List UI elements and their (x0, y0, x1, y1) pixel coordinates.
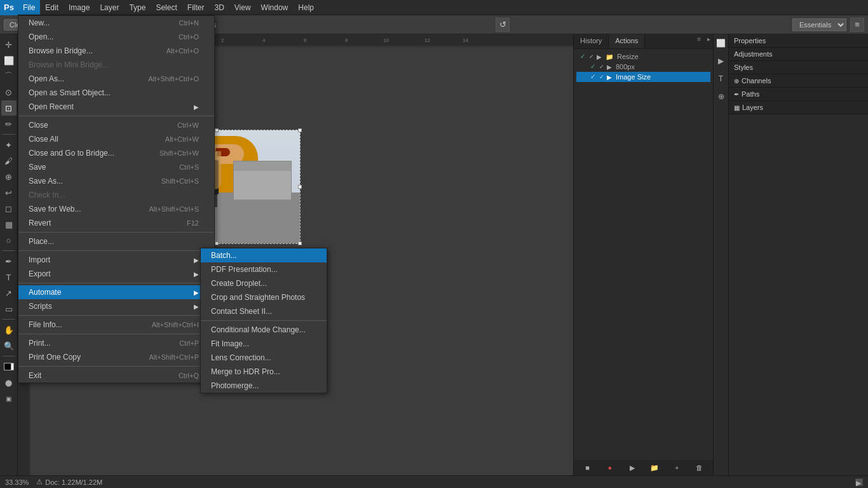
automate-item-contact-sheet[interactable]: Contact Sheet II... (201, 304, 327, 318)
menu-item-scripts[interactable]: Scripts ▶ (18, 299, 214, 313)
shape-tool[interactable]: ▭ (1, 301, 17, 316)
menu-item-new[interactable]: New... Ctrl+N (18, 16, 214, 30)
panel-icon-4[interactable]: ⊕ (715, 90, 728, 103)
gradient-tool[interactable]: ▦ (1, 217, 17, 232)
menu-item-place[interactable]: Place... (18, 234, 214, 248)
menu-item-save-as[interactable]: Save As... Shift+Ctrl+S (18, 174, 214, 188)
menu-3d[interactable]: 3D (209, 0, 229, 15)
screen-mode-btn[interactable]: ▣ (1, 391, 17, 406)
menu-item-print-one[interactable]: Print One Copy Alt+Shift+Ctrl+P (18, 350, 214, 364)
menu-item-export[interactable]: Export ▶ (18, 267, 214, 281)
menu-layer[interactable]: Layer (95, 0, 124, 15)
menu-item-exit[interactable]: Exit Ctrl+Q (18, 369, 214, 383)
menu-item-import[interactable]: Import ▶ (18, 253, 214, 267)
action-item-image-size[interactable]: ✓ ✓ ▶ Image Size (576, 72, 710, 82)
automate-item-merge-hdr[interactable]: Merge to HDR Pro... (201, 365, 327, 379)
crop-handle-tm[interactable] (215, 128, 219, 132)
paths-header[interactable]: ✒ Paths (729, 88, 868, 100)
crop-tool[interactable]: ⊡ (1, 100, 17, 116)
panel-arrange-icon[interactable]: ≡ (850, 18, 864, 32)
crop-handle-br[interactable] (298, 241, 302, 245)
menu-item-automate[interactable]: Automate ▶ (18, 285, 214, 299)
crop-handle-mr[interactable] (298, 185, 302, 189)
record-btn[interactable]: ● (605, 463, 615, 473)
menu-item-open-smart[interactable]: Open as Smart Object... (18, 86, 214, 100)
automate-item-lens-correction[interactable]: Lens Correction... (201, 351, 327, 365)
pen-tool[interactable]: ✒ (1, 254, 17, 269)
tab-actions[interactable]: Actions (609, 34, 645, 48)
path-select-tool[interactable]: ↗ (1, 285, 17, 301)
crop-handle-tr[interactable] (298, 128, 302, 132)
menu-item-open-as[interactable]: Open As... Alt+Shift+Ctrl+O (18, 72, 214, 86)
panel-options-btn[interactable]: ≡ (693, 34, 705, 48)
menu-item-close-all[interactable]: Close All Alt+Ctrl+W (18, 132, 214, 146)
menu-file[interactable]: File (18, 0, 40, 15)
history-brush-tool[interactable]: ↩ (1, 185, 17, 200)
spot-heal-tool[interactable]: ✦ (1, 137, 17, 152)
move-tool[interactable]: ✛ (1, 37, 17, 52)
action-check2-image-size: ✓ (599, 74, 604, 80)
brush-tool[interactable]: 🖌 (1, 153, 17, 168)
clone-tool[interactable]: ⊕ (1, 169, 17, 184)
menu-item-save[interactable]: Save Ctrl+S (18, 160, 214, 174)
status-expand-btn[interactable]: ▶ (855, 478, 863, 486)
zoom-tool[interactable]: 🔍 (1, 338, 17, 353)
paths-label: Paths (742, 90, 759, 98)
new-set-btn[interactable]: 📁 (649, 463, 660, 473)
layers-header[interactable]: ▦ Layers (729, 101, 868, 114)
menu-view[interactable]: View (229, 0, 256, 15)
action-item-resize[interactable]: ✓ ✓ ▶ 📁 Resize (576, 51, 710, 62)
rotate-icon[interactable]: ↺ (496, 18, 510, 32)
tab-history[interactable]: History (574, 34, 609, 48)
automate-item-batch[interactable]: Batch... (201, 248, 327, 262)
automate-item-photomerge[interactable]: Photomerge... (201, 379, 327, 393)
menu-item-open-recent[interactable]: Open Recent ▶ (18, 100, 214, 114)
action-item-800px[interactable]: ✓ ✓ ▶ 800px (576, 62, 710, 72)
foreground-background-color[interactable] (1, 359, 17, 374)
menu-item-close-go-bridge[interactable]: Close and Go to Bridge... Shift+Ctrl+W (18, 146, 214, 160)
dodge-tool[interactable]: ○ (1, 233, 17, 248)
file-sep-1 (18, 116, 214, 116)
workspace-select[interactable]: Essentials (792, 18, 846, 31)
menu-item-file-info[interactable]: File Info... Alt+Shift+Ctrl+I (18, 318, 214, 332)
lasso-tool[interactable]: ⌒ (1, 69, 17, 84)
panel-flyout-btn[interactable]: ▸ (705, 34, 713, 48)
panel-icon-3[interactable]: T (715, 72, 728, 85)
text-tool[interactable]: T (1, 269, 17, 285)
new-action-btn[interactable]: + (672, 463, 682, 473)
automate-item-droplet[interactable]: Create Droplet... (201, 276, 327, 290)
quick-mask-btn[interactable]: ⬤ (1, 375, 17, 390)
panel-icon-1[interactable]: ⬜ (715, 37, 728, 50)
marquee-tool[interactable]: ⬜ (1, 53, 17, 68)
menu-filter[interactable]: Filter (182, 0, 210, 15)
eyedropper-tool[interactable]: ✏ (1, 116, 17, 132)
panel-icon-2[interactable]: ▶ (715, 55, 728, 67)
styles-header[interactable]: Styles (729, 61, 868, 74)
properties-header[interactable]: Properties (729, 34, 868, 47)
menu-item-save-web[interactable]: Save for Web... Alt+Shift+Ctrl+S (18, 202, 214, 216)
menu-item-browse-bridge[interactable]: Browse in Bridge... Alt+Ctrl+O (18, 44, 214, 58)
menu-item-open[interactable]: Open... Ctrl+O (18, 30, 214, 44)
menu-item-close[interactable]: Close Ctrl+W (18, 118, 214, 132)
menu-window[interactable]: Window (256, 0, 294, 15)
stop-btn[interactable]: ■ (583, 463, 593, 473)
automate-item-conditional-mode[interactable]: Conditional Mode Change... (201, 323, 327, 337)
menu-edit[interactable]: Edit (40, 0, 64, 15)
play-btn[interactable]: ▶ (627, 463, 637, 473)
menu-type[interactable]: Type (124, 0, 151, 15)
channels-header[interactable]: ⊕ Channels (729, 74, 868, 87)
hand-tool[interactable]: ✋ (1, 322, 17, 337)
menu-help[interactable]: Help (293, 0, 319, 15)
menu-image[interactable]: Image (64, 0, 95, 15)
menu-item-revert[interactable]: Revert F12 (18, 216, 214, 230)
menu-select[interactable]: Select (151, 0, 182, 15)
automate-item-pdf[interactable]: PDF Presentation... (201, 262, 327, 276)
delete-action-btn[interactable]: 🗑 (694, 463, 704, 473)
automate-item-crop-straighten[interactable]: Crop and Straighten Photos (201, 290, 327, 304)
adjustments-header[interactable]: Adjustments (729, 48, 868, 60)
crop-handle-bm[interactable] (215, 241, 219, 245)
menu-item-print[interactable]: Print... Ctrl+P (18, 336, 214, 350)
quick-select-tool[interactable]: ⊙ (1, 85, 17, 100)
eraser-tool[interactable]: ◻ (1, 201, 17, 216)
automate-item-fit-image[interactable]: Fit Image... (201, 337, 327, 351)
